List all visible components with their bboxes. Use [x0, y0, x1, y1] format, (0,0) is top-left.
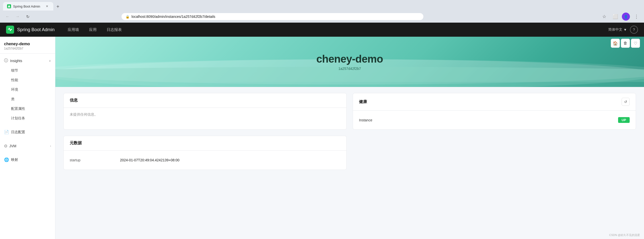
- metadata-card-title: 元数据: [70, 140, 82, 146]
- sidebar: cheney-demo 1a257d42f2b7 ⓘ Insights ∨ 细节…: [0, 37, 55, 239]
- jvm-arrow: ›: [50, 144, 51, 148]
- hero-title: cheney-demo: [316, 53, 383, 65]
- sidebar-item-environment[interactable]: 环境: [0, 85, 55, 94]
- metadata-card: 元数据 startup 2024-01-07T20:49:04.4242139+…: [63, 136, 347, 170]
- sidebar-insights-section: ⓘ Insights ∨ 细节 性能 环境 类 配置属性 计划任务: [0, 54, 55, 125]
- nav-apps[interactable]: 应用: [84, 23, 102, 37]
- home-action-button[interactable]: 🏠: [611, 39, 620, 48]
- health-instance-label: Instance: [359, 118, 372, 122]
- health-instance-row: Instance UP: [359, 115, 630, 125]
- log-icon: 📄: [4, 130, 9, 134]
- menu-button[interactable]: ⋮: [632, 12, 641, 21]
- lock-icon: 🔒: [126, 15, 130, 19]
- sidebar-app-info: cheney-demo 1a257d42f2b7: [0, 37, 55, 54]
- tab-title: Spring Boot Admin: [13, 5, 40, 8]
- metadata-row: startup 2024-01-07T20:49:04.4242139+08:0…: [70, 155, 340, 165]
- sidebar-mapping-section: 🌐 映射: [0, 153, 55, 167]
- tab-close-button[interactable]: ✕: [45, 4, 49, 9]
- sidebar-jvm-header[interactable]: ⊙ JVM ›: [0, 141, 55, 151]
- language-selector[interactable]: 简体中文 ▼: [608, 27, 627, 32]
- info-card-body: 未提供任何信息。: [64, 108, 346, 121]
- help-button[interactable]: ?: [630, 26, 638, 34]
- sidebar-item-performance[interactable]: 性能: [0, 75, 55, 85]
- sidebar-item-scheduled-tasks[interactable]: 计划任务: [0, 114, 55, 123]
- favorite-action-button[interactable]: ♡: [631, 39, 640, 48]
- bookmark-button[interactable]: ☆: [600, 12, 609, 21]
- jvm-icon: ⊙: [4, 144, 7, 148]
- sidebar-insights-header[interactable]: ⓘ Insights ∨: [0, 56, 55, 66]
- sidebar-app-id: 1a257d42f2b7: [4, 47, 51, 50]
- hero-content: cheney-demo 1a257d42f2b7: [316, 53, 383, 71]
- nav-logs[interactable]: 日志报表: [102, 23, 127, 37]
- watermark: CSDN @好久不见的流星: [609, 233, 640, 237]
- health-refresh-button[interactable]: ↺: [622, 98, 630, 106]
- jvm-label: JVM: [9, 144, 48, 148]
- metadata-value-startup: 2024-01-07T20:49:04.4242139+08:00: [120, 158, 179, 162]
- brand-name: Spring Boot Admin: [17, 27, 55, 32]
- browser-tab[interactable]: Spring Boot Admin ✕: [3, 2, 53, 11]
- nav-right: 简体中文 ▼ ?: [608, 26, 638, 34]
- sidebar-jvm-section: ⊙ JVM ›: [0, 139, 55, 153]
- log-config-label: 日志配置: [11, 130, 51, 134]
- insights-label: Insights: [10, 59, 47, 63]
- brand: Spring Boot Admin: [6, 26, 55, 34]
- split-button[interactable]: ⬜: [611, 12, 620, 21]
- forward-button[interactable]: →: [13, 12, 22, 21]
- sidebar-log-header[interactable]: 📄 日志配置: [0, 127, 55, 137]
- new-tab-button[interactable]: +: [54, 3, 62, 11]
- insights-arrow: ∨: [49, 59, 51, 63]
- insights-icon: ⓘ: [4, 58, 8, 63]
- metadata-card-body: startup 2024-01-07T20:49:04.4242139+08:0…: [64, 151, 346, 170]
- info-card-title: 信息: [70, 98, 78, 103]
- nav-app-wall[interactable]: 应用墙: [63, 23, 84, 37]
- health-card-title: 健康: [359, 99, 367, 105]
- profile-button[interactable]: 👤: [622, 13, 630, 21]
- metadata-card-header: 元数据: [64, 136, 346, 151]
- health-card-header: 健康 ↺: [353, 93, 636, 111]
- sidebar-item-details[interactable]: 细节: [0, 66, 55, 75]
- back-button[interactable]: ←: [3, 12, 12, 21]
- status-badge: UP: [618, 117, 630, 123]
- sidebar-item-classes[interactable]: 类: [0, 94, 55, 104]
- info-empty-message: 未提供任何信息。: [70, 112, 98, 116]
- info-card: 信息 未提供任何信息。: [63, 93, 347, 130]
- details-grid: 信息 未提供任何信息。 健康 ↺: [63, 93, 636, 170]
- language-label: 简体中文: [608, 27, 622, 32]
- top-nav: Spring Boot Admin 应用墙 应用 日志报表 简体中文 ▼ ?: [0, 23, 644, 37]
- health-card-body: Instance UP: [353, 111, 636, 129]
- sidebar-mapping-header[interactable]: 🌐 映射: [0, 155, 55, 165]
- refresh-button[interactable]: ↻: [23, 12, 32, 21]
- tab-favicon: [7, 4, 11, 8]
- sidebar-item-config-props[interactable]: 配置属性: [0, 104, 55, 114]
- metadata-key-startup: startup: [70, 158, 120, 162]
- sidebar-app-name: cheney-demo: [4, 42, 51, 46]
- content-actions: 🏠 🗑 ♡: [611, 39, 640, 48]
- address-bar[interactable]: 🔒 localhost:8090/admin/instances/1a257d4…: [122, 13, 423, 20]
- mapping-label: 映射: [11, 158, 51, 162]
- svg-marker-0: [8, 5, 10, 7]
- info-card-header: 信息: [64, 93, 346, 108]
- brand-logo: [6, 26, 14, 34]
- nav-links: 应用墙 应用 日志报表: [63, 23, 127, 37]
- sidebar-log-section: 📄 日志配置: [0, 125, 55, 139]
- hero-banner: 🏠 🗑 ♡ cheney-demo 1a257d42f2b7: [55, 37, 644, 87]
- address-text: localhost:8090/admin/instances/1a257d42f…: [132, 15, 419, 19]
- mapping-icon: 🌐: [4, 157, 9, 162]
- language-arrow: ▼: [623, 28, 627, 32]
- content-area: 🏠 🗑 ♡ cheney-demo 1a257d42f2b7 信: [55, 37, 644, 239]
- health-card: 健康 ↺ Instance UP: [353, 93, 636, 130]
- delete-action-button[interactable]: 🗑: [621, 39, 630, 48]
- details-section: 信息 未提供任何信息。 健康 ↺: [55, 87, 644, 176]
- hero-subtitle: 1a257d42f2b7: [316, 67, 383, 71]
